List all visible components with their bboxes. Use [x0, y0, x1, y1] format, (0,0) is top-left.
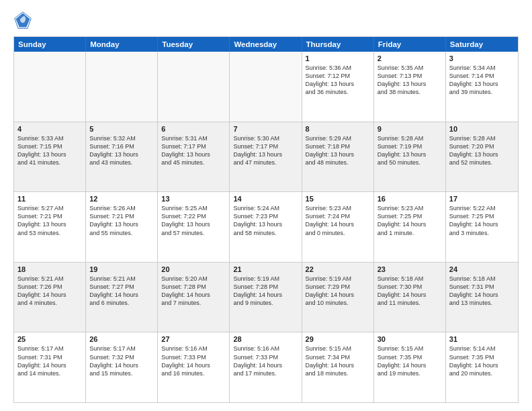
- day-info: Sunrise: 5:35 AM Sunset: 7:13 PM Dayligh…: [378, 64, 442, 97]
- day-cell-3: 3Sunrise: 5:34 AM Sunset: 7:14 PM Daylig…: [446, 52, 518, 122]
- day-info: Sunrise: 5:29 AM Sunset: 7:18 PM Dayligh…: [306, 134, 370, 167]
- day-cell-7: 7Sunrise: 5:30 AM Sunset: 7:17 PM Daylig…: [230, 122, 302, 192]
- calendar-row-4: 18Sunrise: 5:21 AM Sunset: 7:26 PM Dayli…: [14, 262, 518, 332]
- day-number: 13: [161, 195, 226, 203]
- day-cell-5: 5Sunrise: 5:32 AM Sunset: 7:16 PM Daylig…: [86, 122, 158, 192]
- day-cell-1: 1Sunrise: 5:36 AM Sunset: 7:12 PM Daylig…: [302, 52, 374, 122]
- day-number: 27: [161, 335, 226, 343]
- day-cell-14: 14Sunrise: 5:24 AM Sunset: 7:23 PM Dayli…: [230, 192, 302, 262]
- day-info: Sunrise: 5:34 AM Sunset: 7:14 PM Dayligh…: [449, 64, 515, 97]
- day-info: Sunrise: 5:23 AM Sunset: 7:24 PM Dayligh…: [306, 204, 370, 237]
- day-cell-8: 8Sunrise: 5:29 AM Sunset: 7:18 PM Daylig…: [302, 122, 374, 192]
- day-cell-6: 6Sunrise: 5:31 AM Sunset: 7:17 PM Daylig…: [158, 122, 230, 192]
- day-cell-22: 22Sunrise: 5:19 AM Sunset: 7:29 PM Dayli…: [302, 263, 374, 332]
- day-cell-9: 9Sunrise: 5:28 AM Sunset: 7:19 PM Daylig…: [374, 122, 446, 192]
- day-cell-31: 31Sunrise: 5:14 AM Sunset: 7:35 PM Dayli…: [446, 332, 518, 402]
- day-number: 9: [378, 125, 442, 133]
- day-info: Sunrise: 5:28 AM Sunset: 7:20 PM Dayligh…: [449, 134, 515, 167]
- day-number: 29: [306, 335, 370, 343]
- calendar: SundayMondayTuesdayWednesdayThursdayFrid…: [13, 36, 519, 403]
- day-cell-13: 13Sunrise: 5:25 AM Sunset: 7:22 PM Dayli…: [158, 192, 230, 262]
- calendar-row-2: 4Sunrise: 5:33 AM Sunset: 7:15 PM Daylig…: [14, 122, 518, 192]
- day-number: 17: [449, 195, 515, 203]
- day-info: Sunrise: 5:15 AM Sunset: 7:34 PM Dayligh…: [306, 345, 370, 377]
- day-number: 16: [378, 195, 442, 203]
- day-number: 18: [17, 265, 82, 273]
- day-info: Sunrise: 5:17 AM Sunset: 7:32 PM Dayligh…: [89, 345, 154, 377]
- day-number: 4: [17, 125, 82, 133]
- day-info: Sunrise: 5:18 AM Sunset: 7:30 PM Dayligh…: [378, 275, 442, 308]
- day-cell-27: 27Sunrise: 5:16 AM Sunset: 7:33 PM Dayli…: [158, 332, 230, 402]
- day-info: Sunrise: 5:27 AM Sunset: 7:21 PM Dayligh…: [17, 204, 82, 237]
- header-cell-monday: Monday: [86, 37, 158, 52]
- header-cell-saturday: Saturday: [446, 37, 518, 52]
- day-number: 8: [306, 125, 370, 133]
- day-number: 21: [233, 265, 298, 273]
- day-number: 19: [89, 265, 154, 273]
- day-info: Sunrise: 5:18 AM Sunset: 7:31 PM Dayligh…: [449, 275, 515, 308]
- day-number: 6: [161, 125, 226, 133]
- calendar-row-3: 11Sunrise: 5:27 AM Sunset: 7:21 PM Dayli…: [14, 191, 518, 262]
- day-cell-4: 4Sunrise: 5:33 AM Sunset: 7:15 PM Daylig…: [14, 122, 86, 192]
- day-number: 10: [449, 125, 515, 133]
- day-info: Sunrise: 5:22 AM Sunset: 7:25 PM Dayligh…: [449, 204, 515, 237]
- day-cell-19: 19Sunrise: 5:21 AM Sunset: 7:27 PM Dayli…: [86, 263, 158, 332]
- day-info: Sunrise: 5:16 AM Sunset: 7:33 PM Dayligh…: [233, 345, 298, 377]
- calendar-row-1: 1Sunrise: 5:36 AM Sunset: 7:12 PM Daylig…: [14, 52, 518, 122]
- day-cell-28: 28Sunrise: 5:16 AM Sunset: 7:33 PM Dayli…: [230, 332, 302, 402]
- day-cell-30: 30Sunrise: 5:15 AM Sunset: 7:35 PM Dayli…: [374, 332, 446, 402]
- day-number: 30: [378, 335, 442, 343]
- day-info: Sunrise: 5:28 AM Sunset: 7:19 PM Dayligh…: [378, 134, 442, 167]
- header: [13, 11, 519, 30]
- day-info: Sunrise: 5:20 AM Sunset: 7:28 PM Dayligh…: [161, 275, 226, 308]
- day-cell-26: 26Sunrise: 5:17 AM Sunset: 7:32 PM Dayli…: [86, 332, 158, 402]
- header-cell-sunday: Sunday: [14, 37, 86, 52]
- day-number: 7: [233, 125, 298, 133]
- day-info: Sunrise: 5:21 AM Sunset: 7:26 PM Dayligh…: [17, 275, 82, 308]
- day-cell-24: 24Sunrise: 5:18 AM Sunset: 7:31 PM Dayli…: [446, 263, 518, 332]
- day-info: Sunrise: 5:19 AM Sunset: 7:28 PM Dayligh…: [233, 275, 298, 308]
- day-cell-11: 11Sunrise: 5:27 AM Sunset: 7:21 PM Dayli…: [14, 192, 86, 262]
- day-cell-15: 15Sunrise: 5:23 AM Sunset: 7:24 PM Dayli…: [302, 192, 374, 262]
- day-number: 22: [306, 265, 370, 273]
- day-cell-16: 16Sunrise: 5:23 AM Sunset: 7:25 PM Dayli…: [374, 192, 446, 262]
- empty-cell: [14, 52, 86, 122]
- day-info: Sunrise: 5:36 AM Sunset: 7:12 PM Dayligh…: [306, 64, 370, 97]
- day-number: 3: [449, 54, 515, 62]
- day-number: 28: [233, 335, 298, 343]
- day-info: Sunrise: 5:24 AM Sunset: 7:23 PM Dayligh…: [233, 204, 298, 237]
- header-cell-thursday: Thursday: [302, 37, 374, 52]
- day-number: 5: [89, 125, 154, 133]
- day-info: Sunrise: 5:19 AM Sunset: 7:29 PM Dayligh…: [306, 275, 370, 308]
- day-number: 31: [449, 335, 515, 343]
- day-number: 26: [89, 335, 154, 343]
- day-info: Sunrise: 5:25 AM Sunset: 7:22 PM Dayligh…: [161, 204, 226, 237]
- logo-icon: [13, 11, 32, 30]
- day-cell-2: 2Sunrise: 5:35 AM Sunset: 7:13 PM Daylig…: [374, 52, 446, 122]
- calendar-header: SundayMondayTuesdayWednesdayThursdayFrid…: [14, 37, 518, 52]
- empty-cell: [230, 52, 302, 122]
- day-info: Sunrise: 5:23 AM Sunset: 7:25 PM Dayligh…: [378, 204, 442, 237]
- calendar-row-5: 25Sunrise: 5:17 AM Sunset: 7:31 PM Dayli…: [14, 332, 518, 402]
- day-info: Sunrise: 5:33 AM Sunset: 7:15 PM Dayligh…: [17, 134, 82, 167]
- day-cell-17: 17Sunrise: 5:22 AM Sunset: 7:25 PM Dayli…: [446, 192, 518, 262]
- header-cell-friday: Friday: [374, 37, 446, 52]
- day-number: 24: [449, 265, 515, 273]
- day-cell-20: 20Sunrise: 5:20 AM Sunset: 7:28 PM Dayli…: [158, 263, 230, 332]
- day-info: Sunrise: 5:17 AM Sunset: 7:31 PM Dayligh…: [17, 345, 82, 377]
- day-cell-18: 18Sunrise: 5:21 AM Sunset: 7:26 PM Dayli…: [14, 263, 86, 332]
- day-info: Sunrise: 5:31 AM Sunset: 7:17 PM Dayligh…: [161, 134, 226, 167]
- day-info: Sunrise: 5:32 AM Sunset: 7:16 PM Dayligh…: [89, 134, 154, 167]
- day-info: Sunrise: 5:30 AM Sunset: 7:17 PM Dayligh…: [233, 134, 298, 167]
- day-number: 14: [233, 195, 298, 203]
- day-number: 1: [306, 54, 370, 62]
- header-cell-tuesday: Tuesday: [158, 37, 230, 52]
- day-info: Sunrise: 5:15 AM Sunset: 7:35 PM Dayligh…: [378, 345, 442, 377]
- day-number: 11: [17, 195, 82, 203]
- header-cell-wednesday: Wednesday: [230, 37, 302, 52]
- day-number: 20: [161, 265, 226, 273]
- logo: [13, 11, 35, 30]
- empty-cell: [158, 52, 230, 122]
- day-info: Sunrise: 5:14 AM Sunset: 7:35 PM Dayligh…: [449, 345, 515, 377]
- day-number: 12: [89, 195, 154, 203]
